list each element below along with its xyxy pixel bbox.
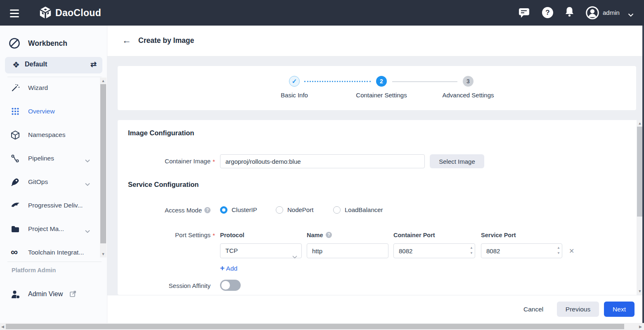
horizontal-scrollbar[interactable]: ◀ ▶ — [0, 323, 644, 330]
radio-nodeport-label[interactable]: NodePort — [287, 203, 313, 217]
sidebar-item-toolchain-integration[interactable]: ∞ Toolchain Integrat... — [0, 245, 99, 259]
container-port-stepper[interactable]: ▲▼ — [469, 245, 474, 256]
brand-name: DaoCloud — [55, 0, 101, 26]
chevron-down-icon — [85, 180, 90, 188]
name-help-icon[interactable]: ? — [326, 232, 332, 238]
daocloud-logo-icon — [38, 5, 53, 22]
wand-icon — [11, 83, 20, 92]
image-configuration-title: Image Configuration — [128, 129, 194, 137]
sidebar-item-namespaces[interactable]: Namespaces — [0, 128, 99, 142]
radio-loadbalancer-label[interactable]: LoadBalancer — [345, 203, 383, 217]
workspace-selector[interactable]: ❖ Default ⇄ — [5, 57, 102, 73]
previous-button[interactable]: Previous — [557, 302, 599, 317]
sidebar-item-admin-view[interactable]: Admin View — [0, 287, 99, 301]
next-button[interactable]: Next — [604, 302, 635, 317]
port-columns: Protocol Name ? Container Port Service P… — [220, 232, 592, 238]
external-link-icon — [69, 290, 76, 299]
pipeline-icon — [11, 154, 20, 163]
infinity-icon: ∞ — [11, 245, 20, 255]
select-chevron-down-icon — [292, 250, 297, 264]
session-affinity-label: Session Affinity — [118, 282, 211, 290]
grid-icon — [11, 107, 20, 116]
protocol-select[interactable]: TCP — [220, 243, 302, 258]
scroll-down-icon[interactable]: ▼ — [100, 252, 107, 256]
scroll-left-icon[interactable]: ◀ — [1, 325, 4, 329]
container-port-input[interactable] — [393, 243, 475, 258]
sidebar-item-project-management[interactable]: Project Ma... — [0, 222, 99, 236]
divider — [7, 262, 102, 262]
user-menu-chevron-down-icon[interactable] — [628, 11, 634, 19]
bell-icon[interactable] — [564, 6, 575, 20]
select-image-button[interactable]: Select Image — [430, 154, 484, 168]
radio-clusterip[interactable] — [220, 206, 227, 214]
scroll-right-icon[interactable]: ▶ — [639, 325, 642, 329]
access-mode-help-icon[interactable]: ? — [204, 207, 211, 213]
port-name-input[interactable] — [307, 243, 388, 258]
admin-person-icon — [11, 290, 20, 299]
protocol-value: TCP — [225, 247, 238, 254]
access-mode-label: Access Mode — [165, 207, 202, 214]
cancel-button[interactable]: Cancel — [523, 295, 543, 323]
step-1-label: Basic Info — [257, 92, 331, 99]
container-image-input[interactable] — [220, 154, 425, 168]
user-name[interactable]: admin — [603, 0, 620, 26]
hamburger-menu-icon[interactable] — [10, 9, 19, 17]
stepper-card: ✓ 2 3 Basic Info Container Settings Adva… — [118, 66, 636, 110]
chevron-down-icon — [85, 157, 90, 164]
radio-clusterip-label[interactable]: ClusterIP — [232, 203, 257, 217]
step-1-done-check-icon[interactable]: ✓ — [289, 76, 300, 87]
port-settings-label: Port Settings — [118, 232, 211, 238]
access-mode-options: ClusterIP NodePort LoadBalancer — [220, 203, 468, 217]
plus-icon: + — [220, 264, 225, 272]
service-configuration-title: Service Configuration — [128, 181, 199, 189]
step-2-circle[interactable]: 2 — [376, 76, 387, 87]
folder-icon — [11, 224, 20, 233]
add-label: Add — [226, 265, 238, 272]
sidebar-item-gitops[interactable]: GitOps — [0, 175, 99, 189]
service-port-input[interactable] — [481, 243, 562, 258]
back-arrow-icon[interactable]: ← — [122, 35, 131, 46]
workspace-name: Default — [25, 61, 47, 68]
sidebar-scrollbar-thumb[interactable] — [100, 84, 106, 243]
service-port-stepper[interactable]: ▲▼ — [556, 245, 561, 256]
product-name: Workbench — [28, 39, 67, 48]
container-image-label: Container Image — [118, 154, 211, 168]
session-affinity-toggle[interactable] — [220, 280, 241, 291]
required-asterisk: * — [213, 232, 215, 239]
avatar[interactable] — [586, 6, 599, 21]
step-connector-dotted — [304, 81, 371, 82]
platform-admin-section-label: Platform Admin — [12, 267, 56, 273]
radio-nodeport[interactable] — [276, 206, 283, 214]
col-service-port: Service Port — [481, 232, 516, 238]
horizontal-scrollbar-thumb[interactable] — [6, 324, 624, 329]
sidebar-scrollbar[interactable]: ▲ ▼ — [100, 78, 107, 257]
window-right-scrollbar[interactable] — [642, 26, 644, 323]
divider — [7, 77, 102, 77]
sidebar-item-overview[interactable]: Overview — [0, 104, 99, 118]
access-mode-label-wrap: Access Mode ? — [118, 203, 211, 217]
switch-workspace-icon[interactable]: ⇄ — [90, 60, 97, 69]
chevron-down-icon — [85, 227, 90, 235]
footer-actions: Cancel Previous Next — [107, 295, 644, 323]
sidebar-item-progressive-delivery[interactable]: Progressive Deliv... — [0, 198, 99, 212]
page-header: ← Create by Image — [107, 26, 644, 57]
scroll-up-icon[interactable]: ▲ — [100, 79, 107, 83]
col-name: Name — [307, 232, 323, 238]
required-asterisk: * — [213, 158, 215, 165]
cube-icon — [11, 130, 20, 139]
radio-loadbalancer[interactable] — [333, 206, 341, 214]
add-port-link[interactable]: + Add — [220, 264, 237, 273]
col-container-port: Container Port — [393, 232, 435, 238]
sidebar-item-wizard[interactable]: Wizard — [0, 81, 99, 95]
workbench-icon — [8, 37, 21, 51]
form-scrollbar-thumb[interactable] — [637, 127, 643, 217]
step-3-label: Advanced Settings — [431, 92, 505, 99]
help-icon[interactable]: ? — [542, 7, 553, 18]
bird-icon — [11, 201, 20, 210]
chat-icon[interactable] — [519, 7, 530, 20]
delete-port-row-icon[interactable]: ✕ — [569, 247, 574, 255]
workspace-icon: ❖ — [12, 60, 20, 70]
sidebar-item-pipelines[interactable]: Pipelines — [0, 151, 99, 165]
step-3-circle[interactable]: 3 — [463, 76, 474, 87]
sidebar: Workbench ❖ Default ⇄ Wizard Overview — [0, 26, 107, 323]
